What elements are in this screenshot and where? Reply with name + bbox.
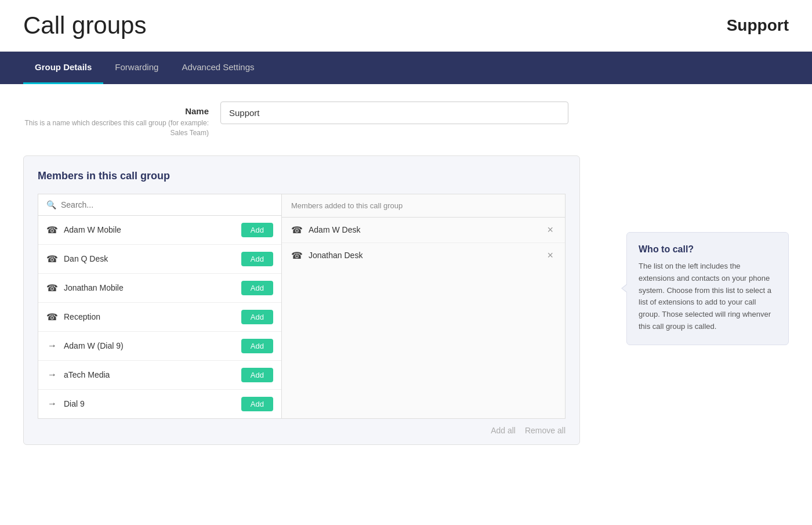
member-name: Dan Q Desk xyxy=(64,254,241,263)
nav-bar: Group Details Forwarding Advanced Settin… xyxy=(0,52,812,84)
tooltip-card: Who to call? The list on the left includ… xyxy=(626,232,789,345)
add-all-link[interactable]: Add all xyxy=(491,426,516,435)
remove-all-link[interactable]: Remove all xyxy=(525,426,566,435)
name-input[interactable] xyxy=(220,102,568,124)
phone-icon: ☎ xyxy=(46,283,58,294)
search-input[interactable] xyxy=(61,200,273,209)
tab-forwarding[interactable]: Forwarding xyxy=(103,52,170,84)
member-name: Dial 9 xyxy=(64,399,241,408)
members-section: Members in this call group 🔍 ☎Adam W Mob… xyxy=(23,155,580,445)
list-item: ☎Dan Q DeskAdd xyxy=(38,245,281,274)
page-title: Call groups xyxy=(23,12,146,39)
member-name: Reception xyxy=(64,312,241,321)
member-name: Adam W (Dial 9) xyxy=(64,341,241,350)
left-members-list: ☎Adam W MobileAdd☎Dan Q DeskAdd☎Jonathan… xyxy=(38,216,281,418)
search-box: 🔍 xyxy=(38,194,281,216)
right-panel: Members added to this call group ☎Adam W… xyxy=(282,194,565,418)
tab-advanced-settings[interactable]: Advanced Settings xyxy=(170,52,266,84)
list-item: ☎Jonathan MobileAdd xyxy=(38,274,281,303)
name-form-row: Name This is a name which describes this… xyxy=(23,102,789,138)
add-member-button[interactable]: Add xyxy=(241,252,273,266)
phone-icon: ☎ xyxy=(46,225,58,236)
name-hint: This is a name which describes this call… xyxy=(23,118,209,138)
list-item: ☎Jonathan Desk× xyxy=(282,243,565,268)
right-members-list: ☎Adam W Desk×☎Jonathan Desk× xyxy=(282,218,565,268)
phone-icon: ☎ xyxy=(291,225,303,236)
name-label-group: Name This is a name which describes this… xyxy=(23,102,209,138)
add-member-button[interactable]: Add xyxy=(241,397,273,411)
add-member-button[interactable]: Add xyxy=(241,281,273,295)
arrow-icon: → xyxy=(46,341,58,351)
list-item: ☎Adam W Desk× xyxy=(282,218,565,243)
member-name: aTech Media xyxy=(64,370,241,379)
list-item: →Adam W (Dial 9)Add xyxy=(38,332,281,361)
arrow-icon: → xyxy=(46,370,58,380)
phone-icon: ☎ xyxy=(46,254,58,265)
member-name: Adam W Mobile xyxy=(64,225,241,234)
member-name: Jonathan Mobile xyxy=(64,283,241,292)
name-label: Name xyxy=(23,106,209,116)
left-panel: 🔍 ☎Adam W MobileAdd☎Dan Q DeskAdd☎Jonath… xyxy=(38,194,282,418)
add-member-button[interactable]: Add xyxy=(241,368,273,382)
list-item: →Dial 9Add xyxy=(38,390,281,418)
page-header: Call groups Support xyxy=(0,0,812,52)
footer-actions: Add all Remove all xyxy=(38,419,566,444)
add-member-button[interactable]: Add xyxy=(241,339,273,353)
search-icon: 🔍 xyxy=(46,200,56,209)
right-header: Members added to this call group xyxy=(282,194,565,218)
members-grid: 🔍 ☎Adam W MobileAdd☎Dan Q DeskAdd☎Jonath… xyxy=(38,194,566,419)
phone-icon: ☎ xyxy=(46,312,58,323)
phone-icon: ☎ xyxy=(291,250,303,261)
members-title: Members in this call group xyxy=(38,170,566,182)
remove-member-button[interactable]: × xyxy=(545,250,556,260)
arrow-icon: → xyxy=(46,399,58,409)
list-item: ☎Adam W MobileAdd xyxy=(38,216,281,245)
add-member-button[interactable]: Add xyxy=(241,310,273,324)
list-item: →aTech MediaAdd xyxy=(38,361,281,390)
added-member-name: Adam W Desk xyxy=(309,225,545,234)
added-member-name: Jonathan Desk xyxy=(309,251,545,260)
tooltip-text: The list on the left includes the extens… xyxy=(639,260,777,333)
list-item: ☎ReceptionAdd xyxy=(38,303,281,332)
remove-member-button[interactable]: × xyxy=(545,225,556,235)
page-subtitle: Support xyxy=(727,16,789,35)
add-member-button[interactable]: Add xyxy=(241,223,273,237)
tooltip-title: Who to call? xyxy=(639,244,777,255)
tab-group-details[interactable]: Group Details xyxy=(23,52,103,84)
